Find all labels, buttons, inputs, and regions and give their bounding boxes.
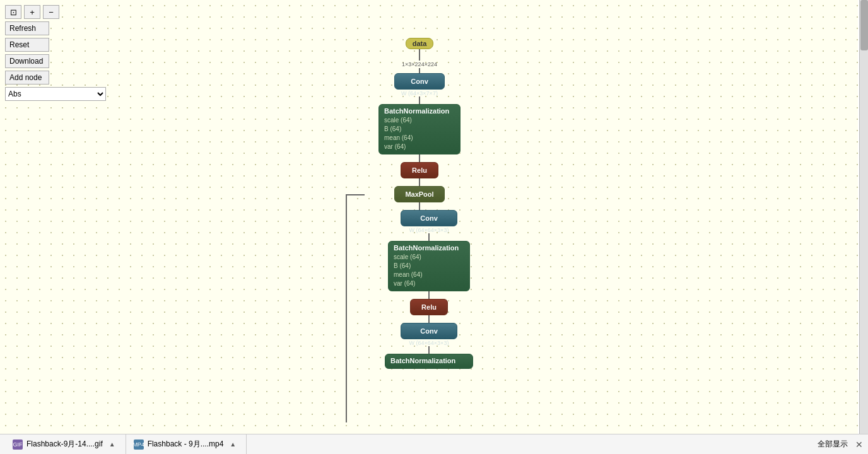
download-button[interactable]: Download bbox=[5, 54, 49, 68]
bottom-item-mp4-label: Flashback - 9月....mp4 bbox=[148, 439, 224, 450]
edge-label-0: 1×3×224×224 bbox=[402, 61, 437, 67]
bottom-right-controls: 全部显示 ✕ bbox=[818, 439, 863, 450]
node-conv3[interactable]: Conv bbox=[401, 323, 457, 339]
node-type-select[interactable]: AbsAddAveragePoolBatchNormalizationConvF… bbox=[5, 87, 106, 101]
refresh-button[interactable]: Refresh bbox=[5, 21, 49, 35]
vertical-scrollbar[interactable] bbox=[859, 0, 868, 434]
zoom-out-button[interactable]: − bbox=[43, 5, 59, 19]
bottom-bar: GIF Flashback-9月-14....gif ▲ MP4 Flashba… bbox=[0, 434, 868, 454]
node-maxpool[interactable]: MaxPool bbox=[394, 186, 445, 202]
mp4-icon: MP4 bbox=[134, 439, 144, 450]
zoom-in-button[interactable]: + bbox=[24, 5, 40, 19]
node-bn2[interactable]: BatchNormalization scale (64) B (64) mea… bbox=[388, 241, 470, 291]
mp4-chevron-button[interactable]: ▲ bbox=[227, 441, 238, 448]
toolbar: ⊡ + − Refresh Reset Download Add node Ab… bbox=[0, 0, 126, 106]
node-data[interactable]: data bbox=[406, 38, 434, 49]
add-node-button[interactable]: Add node bbox=[5, 71, 49, 84]
node-bn3[interactable]: BatchNormalization bbox=[385, 354, 473, 369]
node-conv1[interactable]: Conv bbox=[394, 73, 445, 90]
node-relu2[interactable]: Relu bbox=[410, 299, 448, 315]
scrollbar-thumb[interactable] bbox=[860, 0, 868, 50]
bottom-item-gif-label: Flashback-9月-14....gif bbox=[26, 439, 103, 450]
node-bn1[interactable]: BatchNormalization scale (64) B (64) mea… bbox=[378, 104, 460, 154]
bottom-close-button[interactable]: ✕ bbox=[855, 439, 863, 450]
zoom-reset-button[interactable]: ⊡ bbox=[5, 5, 21, 19]
bottom-item-mp4[interactable]: MP4 Flashback - 9月....mp4 ▲ bbox=[126, 434, 247, 454]
node-conv2[interactable]: Conv bbox=[401, 210, 457, 226]
gif-icon: GIF bbox=[13, 439, 23, 450]
nn-graph: data 1×3×224×224 Conv W (64×3×7×7) Batch… bbox=[366, 38, 473, 369]
node-relu1[interactable]: Relu bbox=[401, 162, 438, 178]
canvas-area[interactable]: data 1×3×224×224 Conv W (64×3×7×7) Batch… bbox=[0, 0, 858, 434]
bottom-item-gif[interactable]: GIF Flashback-9月-14....gif ▲ bbox=[5, 434, 126, 454]
gif-chevron-button[interactable]: ▲ bbox=[107, 441, 118, 448]
reset-button[interactable]: Reset bbox=[5, 38, 49, 52]
show-all-label: 全部显示 bbox=[818, 439, 848, 450]
